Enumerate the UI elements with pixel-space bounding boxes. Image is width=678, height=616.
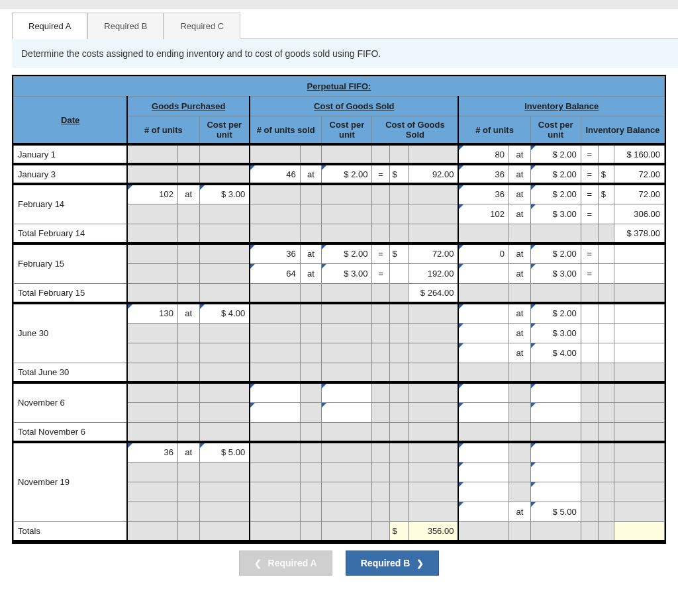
ib-cpu-input[interactable]: $ 2.00 (530, 144, 581, 164)
cs-total: $ 264.00 (408, 283, 458, 303)
cs-units-input[interactable] (250, 402, 300, 422)
at-label: at (509, 243, 531, 263)
at-label: at (509, 144, 531, 164)
cs-grand-total: 356.00 (408, 521, 458, 541)
gp-units-input[interactable]: 36 (127, 442, 177, 462)
table-title: Perpetual FIFO: (14, 77, 665, 97)
ib-grand-total (614, 521, 664, 541)
ib-units-input[interactable] (458, 343, 508, 363)
chevron-right-icon: ❯ (416, 558, 424, 568)
ib-units-input[interactable] (458, 462, 508, 482)
ib-units-hdr: # of units (458, 116, 530, 145)
ib-cpu-input[interactable]: $ 3.00 (530, 204, 581, 224)
gp-cpu-input[interactable]: $ 5.00 (199, 442, 250, 462)
gp-units-input[interactable]: 130 (127, 303, 177, 323)
cs-value: 192.00 (408, 263, 458, 283)
ib-units-input[interactable] (458, 303, 508, 323)
tab-bar: Required A Required B Required C (12, 12, 678, 38)
date-cell: June 30 (14, 303, 128, 363)
ib-cpu-input[interactable]: $ 2.00 (530, 164, 581, 184)
cs-cpu-hdr: Cost per unit (322, 116, 372, 145)
ib-cpu-input[interactable]: $ 3.00 (530, 323, 581, 343)
eq-label: = (581, 144, 598, 164)
ib-units-input[interactable] (458, 323, 508, 343)
cs-cpu-input[interactable]: $ 2.00 (322, 164, 372, 184)
ib-cpu-input[interactable] (530, 462, 581, 482)
ib-cpu-input[interactable]: $ 2.00 (530, 243, 581, 263)
ib-units-input[interactable]: 36 (458, 184, 508, 204)
usd-label (598, 144, 614, 164)
tab-required-b[interactable]: Required B (87, 13, 164, 39)
ib-cpu-input[interactable] (530, 482, 581, 502)
gp-cpu-hdr: Cost per unit (199, 116, 250, 145)
ib-value: 72.00 (614, 184, 664, 204)
ib-units-input[interactable] (458, 263, 508, 283)
date-cell: February 15 (14, 243, 128, 283)
ib-cpu-input[interactable] (530, 442, 581, 462)
cs-cpu-input[interactable] (322, 402, 372, 422)
at-label: at (509, 502, 531, 521)
at-label: at (300, 164, 322, 184)
usd-label: $ (598, 184, 614, 204)
cs-units-hdr: # of units sold (250, 116, 322, 145)
ib-cpu-input[interactable]: $ 5.00 (530, 502, 581, 521)
ib-cpu-input[interactable]: $ 4.00 (530, 343, 581, 363)
tab-required-a[interactable]: Required A (12, 13, 87, 39)
cs-units-input[interactable]: 46 (250, 164, 300, 184)
prev-button: ❮ Required A (239, 550, 332, 576)
ib-units-input[interactable]: 80 (458, 144, 508, 164)
eq-label: = (372, 164, 389, 184)
gp-cpu-input[interactable]: $ 4.00 (199, 303, 250, 323)
next-button[interactable]: Required B ❯ (346, 550, 440, 576)
usd-label: $ (389, 243, 408, 263)
cs-value: 72.00 (408, 243, 458, 263)
date-cell: January 3 (14, 164, 128, 184)
at-label: at (300, 263, 322, 283)
ib-cpu-input[interactable] (530, 382, 581, 402)
ib-cpu-input[interactable]: $ 3.00 (530, 263, 581, 283)
date-cell: January 1 (14, 144, 128, 164)
at-label: at (509, 263, 531, 283)
eq-label: = (372, 243, 389, 263)
ib-units-input[interactable] (458, 482, 508, 502)
eq-label: = (581, 184, 598, 204)
ib-total: $ 378.00 (614, 224, 664, 243)
date-cell: Total June 30 (14, 363, 128, 382)
tab-required-c[interactable]: Required C (164, 13, 240, 39)
ib-units-input[interactable]: 0 (458, 243, 508, 263)
ib-cpu-input[interactable] (530, 402, 581, 422)
cs-units-input[interactable] (250, 382, 300, 402)
cs-units-input[interactable]: 64 (250, 263, 300, 283)
cs-units-input[interactable]: 36 (250, 243, 300, 263)
ib-value: $ 160.00 (614, 144, 664, 164)
at-label: at (509, 164, 531, 184)
usd-label: $ (389, 521, 408, 541)
eq-label: = (581, 204, 598, 224)
ib-units-input[interactable]: 102 (458, 204, 508, 224)
col-inventory-balance: Inventory Balance (458, 97, 664, 116)
gp-units-input[interactable]: 102 (127, 184, 177, 204)
ib-value: 72.00 (614, 164, 664, 184)
usd-label: $ (389, 164, 408, 184)
gp-cpu-input[interactable]: $ 3.00 (199, 184, 250, 204)
date-cell: November 19 (14, 442, 128, 521)
cs-cpu-input[interactable]: $ 2.00 (322, 243, 372, 263)
ib-val-hdr: Inventory Balance (581, 116, 664, 145)
date-cell: Total February 15 (14, 283, 128, 303)
cs-cpu-input[interactable]: $ 3.00 (322, 263, 372, 283)
ib-units-input[interactable]: 36 (458, 164, 508, 184)
ib-units-input[interactable] (458, 382, 508, 402)
fifo-table: Perpetual FIFO: Date Goods Purchased Cos… (12, 75, 666, 544)
ib-units-input[interactable] (458, 442, 508, 462)
ib-cpu-input[interactable]: $ 2.00 (530, 303, 581, 323)
at-label: at (177, 303, 199, 323)
col-date: Date (14, 97, 128, 145)
cs-cpu-input[interactable] (322, 382, 372, 402)
col-goods-purchased: Goods Purchased (127, 97, 250, 116)
at-label: at (509, 343, 531, 363)
ib-units-input[interactable] (458, 502, 508, 521)
ib-units-input[interactable] (458, 402, 508, 422)
at-label: at (300, 243, 322, 263)
cs-val-hdr: Cost of Goods Sold (372, 116, 458, 145)
ib-cpu-input[interactable]: $ 2.00 (530, 184, 581, 204)
